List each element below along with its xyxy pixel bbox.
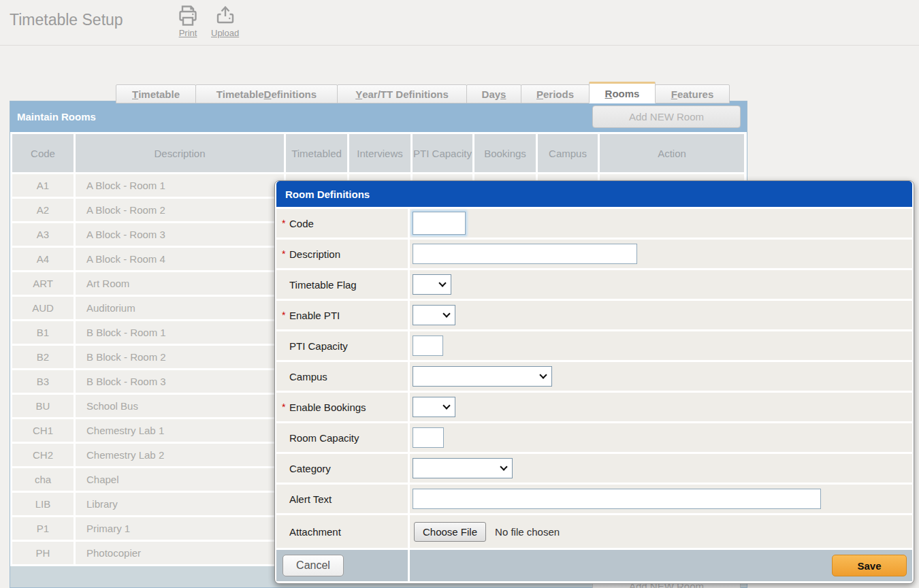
room-code-cell: B2 — [12, 346, 74, 368]
field-row-category: *Category — [276, 454, 912, 483]
field-row-room-capacity: *Room Capacity — [276, 423, 912, 452]
field-row-code: *Code — [276, 209, 912, 238]
chevron-down-icon — [500, 463, 507, 470]
cancel-button[interactable]: Cancel — [283, 555, 344, 576]
room-capacity-input[interactable] — [413, 427, 444, 448]
field-label-pti-capacity: *PTI Capacity — [276, 331, 408, 360]
tab-days[interactable]: Days — [466, 84, 521, 103]
chevron-down-icon — [438, 279, 446, 287]
field-control-category — [410, 454, 912, 483]
header-divider — [0, 45, 919, 46]
field-row-campus: *Campus — [276, 362, 912, 391]
file-status-text: No file chosen — [495, 526, 560, 538]
field-control-attachment: Choose FileNo file chosen — [410, 515, 912, 548]
timetable-flag-select[interactable] — [413, 274, 451, 295]
field-label-code: *Code — [276, 209, 408, 238]
field-label-attachment: *Attachment — [276, 515, 408, 548]
room-description-cell: Art Room — [76, 272, 284, 295]
room-description-cell: Photocopier — [76, 542, 284, 564]
column-header: Timetabled — [286, 134, 347, 172]
column-header: Action — [600, 134, 744, 172]
pti-capacity-input[interactable] — [413, 336, 443, 356]
selected-value — [413, 462, 417, 474]
field-label-text: Timetable Flag — [289, 279, 357, 291]
modal-footer-right: Save — [410, 550, 912, 581]
tab-bar: TimetableTimetable DefinitionsYear/TT De… — [116, 82, 730, 103]
field-row-timetable-flag: *Timetable Flag — [276, 270, 912, 299]
room-definitions-modal: Room Definitions *Code*Description*Timet… — [274, 180, 914, 584]
tab-periods[interactable]: Periods — [521, 84, 590, 103]
field-control-enable-bookings — [410, 393, 912, 421]
description-input[interactable] — [413, 244, 637, 264]
chevron-down-icon — [442, 310, 450, 317]
field-label-category: *Category — [276, 454, 408, 483]
field-label-timetable-flag: *Timetable Flag — [276, 270, 408, 299]
room-description-cell: Chemestry Lab 1 — [76, 419, 284, 442]
field-control-enable-pti — [410, 301, 912, 329]
field-control-description — [410, 240, 912, 268]
maintain-rooms-title: Maintain Rooms — [17, 111, 96, 122]
tab-timetable[interactable]: Timetable — [116, 84, 196, 103]
room-description-cell: Primary 1 — [76, 517, 284, 540]
code-input[interactable] — [413, 212, 466, 235]
field-label-enable-bookings: *Enable Bookings — [276, 393, 408, 421]
field-row-description: *Description — [276, 240, 912, 268]
selected-value — [413, 278, 417, 290]
column-header: Code — [12, 134, 74, 172]
room-code-cell: cha — [12, 468, 74, 491]
tab-timetable-definitions[interactable]: Timetable Definitions — [195, 84, 338, 103]
tab-year-tt-definitions[interactable]: Year/TT Definitions — [337, 84, 467, 103]
field-label-campus: *Campus — [276, 362, 408, 391]
field-label-alert-text: *Alert Text — [276, 485, 408, 513]
room-code-cell: B1 — [12, 321, 74, 344]
save-button[interactable]: Save — [832, 555, 907, 576]
field-control-alert-text — [410, 485, 912, 513]
field-label-text: Enable Bookings — [289, 402, 366, 413]
room-code-cell: CH1 — [12, 419, 74, 442]
alert-text-input[interactable] — [413, 489, 821, 509]
campus-select[interactable] — [413, 366, 552, 387]
room-code-cell: AUD — [12, 297, 74, 319]
upload-button[interactable]: Upload — [211, 4, 239, 38]
room-description-cell: Auditorium — [76, 297, 284, 319]
field-row-attachment: *AttachmentChoose FileNo file chosen — [276, 515, 912, 548]
enable-bookings-select[interactable] — [413, 397, 455, 417]
room-description-cell: B Block - Room 3 — [76, 370, 284, 393]
modal-footer-left: Cancel — [276, 550, 408, 581]
enable-pti-select[interactable] — [413, 305, 455, 325]
print-button[interactable]: Print — [176, 4, 200, 38]
room-code-cell: P1 — [12, 517, 74, 540]
tab-rooms[interactable]: Rooms — [589, 82, 656, 103]
room-code-cell: CH2 — [12, 444, 74, 466]
field-control-pti-capacity — [410, 331, 912, 360]
column-header: Campus — [538, 134, 598, 172]
print-icon — [176, 4, 200, 27]
column-header: Bookings — [474, 134, 536, 172]
field-label-text: Description — [289, 248, 340, 260]
field-row-enable-pti: *Enable PTI — [276, 301, 912, 329]
field-row-enable-bookings: *Enable Bookings — [276, 393, 912, 421]
modal-footer: Cancel Save — [276, 550, 912, 581]
choose-file-button[interactable]: Choose File — [414, 522, 486, 542]
upload-icon — [213, 4, 238, 27]
room-description-cell: School Bus — [76, 395, 284, 417]
room-description-cell: A Block - Room 2 — [76, 199, 284, 221]
selected-value — [413, 309, 417, 321]
field-label-text: Category — [289, 463, 331, 474]
room-code-cell: LIB — [12, 493, 74, 515]
tab-features[interactable]: Features — [655, 84, 730, 103]
field-control-campus — [410, 362, 912, 391]
field-control-timetable-flag — [410, 270, 912, 299]
category-select[interactable] — [413, 458, 513, 478]
field-label-text: Alert Text — [289, 493, 332, 505]
modal-body: *Code*Description*Timetable Flag*Enable … — [276, 207, 912, 548]
required-asterisk: * — [282, 310, 289, 321]
column-header: PTI Capacity — [413, 134, 472, 172]
field-control-room-capacity — [410, 423, 912, 452]
field-label-text: Attachment — [289, 526, 341, 538]
room-code-cell: A1 — [12, 174, 74, 197]
maintain-rooms-bar: Maintain Rooms Add NEW Room — [10, 101, 747, 132]
add-new-room-button[interactable]: Add NEW Room — [592, 105, 741, 128]
field-label-text: PTI Capacity — [289, 340, 348, 352]
room-description-cell: Chapel — [76, 468, 284, 491]
